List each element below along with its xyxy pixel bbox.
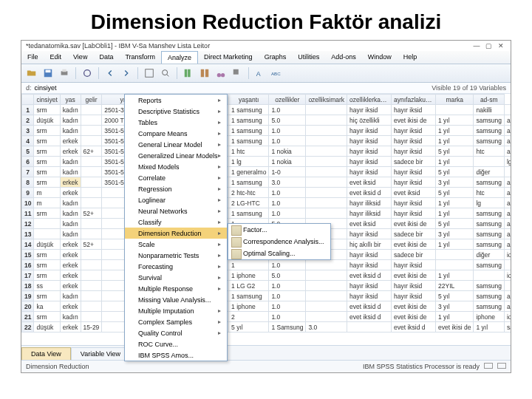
row-header[interactable]: 6 <box>22 157 34 167</box>
cell[interactable]: evet iksid d <box>392 322 436 332</box>
cell[interactable]: evet iksid <box>392 188 436 198</box>
cell[interactable]: evet iksid d <box>347 301 392 312</box>
cell[interactable]: evet ikisi de <box>392 301 436 312</box>
data-table[interactable]: cinsiyetyasgeliryılegitimakillitelseçimi… <box>21 94 511 332</box>
cell[interactable]: 1.0 <box>269 260 306 270</box>
cell[interactable]: 1.0 <box>269 208 306 219</box>
cell[interactable]: 1 yıl <box>436 136 474 146</box>
cell[interactable] <box>474 157 505 167</box>
cell[interactable]: 1 lg <box>229 157 269 167</box>
analyze-item-ibm-spss-amos-[interactable]: IBM SPSS Amos... <box>125 349 227 361</box>
submenu-item-optimal-scaling-[interactable]: Optimal Scaling... <box>228 248 330 259</box>
cell[interactable]: samsung <box>474 239 505 250</box>
cell[interactable]: samsung <box>474 219 505 229</box>
cell[interactable]: android <box>504 229 511 239</box>
cell[interactable]: 1.0 <box>269 312 306 322</box>
print-icon[interactable] <box>57 66 72 80</box>
cell[interactable]: samsung <box>474 136 505 146</box>
cell[interactable] <box>306 115 347 126</box>
cell[interactable]: hayır iksid <box>392 136 436 146</box>
cell[interactable]: 1 samsung <box>229 208 269 219</box>
cell[interactable]: android <box>504 198 511 208</box>
cell[interactable]: 1.0 <box>269 301 306 312</box>
analyze-item-compare-means[interactable]: Compare Means▸ <box>125 128 227 139</box>
cell[interactable]: hiç akıllı bir <box>347 239 392 250</box>
cell[interactable]: kadın <box>60 229 81 239</box>
cell[interactable]: 2 LG-HTC <box>229 198 269 208</box>
menu-transform[interactable]: Transform <box>119 51 161 64</box>
cell[interactable] <box>504 281 511 291</box>
cell[interactable] <box>81 270 102 281</box>
cell[interactable]: samsung <box>474 281 505 291</box>
cell[interactable]: 52+ <box>81 208 102 219</box>
menu-file[interactable]: File <box>21 51 44 64</box>
row-header[interactable]: 4 <box>22 136 34 146</box>
cell[interactable] <box>81 312 102 322</box>
col-header[interactable]: marka <box>436 95 474 105</box>
weight-icon[interactable] <box>214 66 228 80</box>
cell[interactable]: 3 yıl <box>436 301 474 312</box>
row-header[interactable]: 10 <box>22 198 34 208</box>
cell[interactable]: hayır iksid <box>392 126 436 136</box>
menu-window[interactable]: Window <box>362 51 398 64</box>
cell[interactable]: hayır iksid <box>392 281 436 291</box>
row-header[interactable]: 8 <box>22 177 34 188</box>
cell[interactable]: hayır iksid <box>347 146 392 157</box>
cell[interactable] <box>436 250 474 260</box>
col-header[interactable]: gelir <box>81 95 102 105</box>
cell[interactable]: nakilli <box>474 105 505 115</box>
cell[interactable]: düşük <box>34 239 60 250</box>
cell[interactable]: hayır iksid <box>347 291 392 301</box>
tab-data-view[interactable]: Data View <box>21 347 71 360</box>
cell[interactable]: 1 yıl <box>436 115 474 126</box>
row-header[interactable]: 21 <box>22 312 34 322</box>
cell[interactable]: hayır iksid <box>347 260 392 270</box>
cell[interactable] <box>504 167 511 177</box>
cell[interactable]: 5 yıl <box>436 167 474 177</box>
cell[interactable]: erkek <box>60 177 81 188</box>
cell[interactable]: srm <box>34 105 60 115</box>
close-button[interactable]: ✕ <box>496 42 506 50</box>
cell[interactable]: android <box>504 115 511 126</box>
row-header[interactable]: 3 <box>22 126 34 136</box>
menu-graphs[interactable]: Graphs <box>259 51 293 64</box>
cell[interactable]: hayır iksid <box>392 177 436 188</box>
cell[interactable]: kadın <box>60 157 81 167</box>
analyze-item-complex-samples[interactable]: Complex Samples▸ <box>125 316 227 327</box>
value-labels-icon[interactable]: A <box>253 66 267 80</box>
cell[interactable] <box>81 105 102 115</box>
vars-icon[interactable] <box>181 66 196 80</box>
cell[interactable] <box>306 312 347 322</box>
cell[interactable]: 1 samsung <box>229 136 269 146</box>
cell[interactable]: 1 iphone <box>229 301 269 312</box>
redo-icon[interactable] <box>119 66 134 80</box>
analyze-item-general-linear-model[interactable]: General Linear Model▸ <box>125 139 227 150</box>
cell[interactable]: 1 <box>229 260 269 270</box>
cell[interactable]: samsung <box>474 208 505 219</box>
cell[interactable]: 1 generalmo <box>229 167 269 177</box>
row-header[interactable]: 13 <box>22 229 34 239</box>
analyze-item-correlate[interactable]: Correlate▸ <box>125 172 227 183</box>
cell[interactable]: düşük <box>34 115 60 126</box>
col-header[interactable]: cinsiyet <box>34 95 60 105</box>
cell[interactable] <box>81 136 102 146</box>
cell[interactable]: kadın <box>60 198 81 208</box>
analyze-item-neural-networks[interactable]: Neural Networks▸ <box>125 205 227 216</box>
cell[interactable]: 1.0 <box>269 136 306 146</box>
cell[interactable] <box>81 198 102 208</box>
cell[interactable]: 1 yıl <box>436 126 474 136</box>
analyze-item-missing-value-analysis-[interactable]: Missing Value Analysis... <box>125 294 227 305</box>
cell[interactable]: srm <box>34 208 60 219</box>
cell[interactable]: 3.0 <box>269 177 306 188</box>
cell[interactable] <box>504 260 511 270</box>
submenu-item-correspondence-analysis-[interactable]: Correspondence Analysis... <box>228 236 330 248</box>
cell[interactable]: 1.0 <box>269 281 306 291</box>
cell[interactable]: 2 <box>229 312 269 322</box>
cell[interactable] <box>81 250 102 260</box>
cell[interactable]: hayır iksid <box>392 105 436 115</box>
row-header[interactable]: 15 <box>22 250 34 260</box>
cell[interactable] <box>81 219 102 229</box>
cell[interactable]: srm <box>34 312 60 322</box>
cell[interactable]: erkek <box>60 301 81 312</box>
data-grid[interactable]: cinsiyetyasgeliryılegitimakillitelseçimi… <box>21 94 511 345</box>
